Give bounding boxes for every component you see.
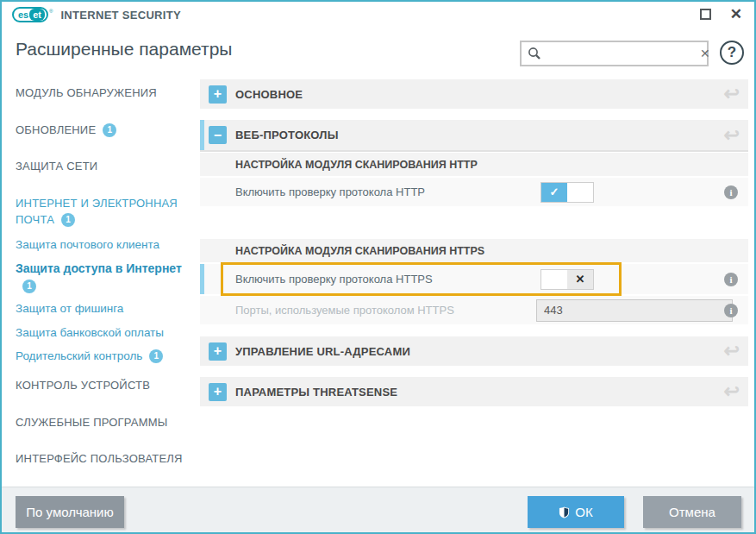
http-toggle-row: Включить проверку протокола HTTP ✓ i	[200, 176, 748, 206]
section-threatsense[interactable]: + ПАРАМЕТРЫ THREATSENSE ↩	[200, 377, 748, 406]
toggle-check-icon: ✓	[541, 183, 567, 202]
update-badge: 1	[103, 123, 116, 137]
sidebar-item-network-protection[interactable]: ЗАЩИТА СЕТИ	[16, 158, 191, 175]
https-ports-input[interactable]	[536, 299, 733, 322]
sidebar-item-web-email[interactable]: ИНТЕРНЕТ И ЭЛЕКТРОННАЯ ПОЧТА1	[16, 195, 191, 229]
header: Расширенные параметры ✕ ?	[2, 29, 754, 78]
section-threatsense-title: ПАРАМЕТРЫ THREATSENSE	[235, 386, 397, 399]
modified-marker	[200, 264, 204, 294]
page-title: Расширенные параметры	[16, 39, 232, 60]
https-toggle-switch[interactable]: ✕	[540, 269, 594, 290]
eset-logo-text-et: et	[29, 9, 45, 21]
https-scanner-group-header: НАСТРОЙКА МОДУЛЯ СКАНИРОВАНИЯ HTTPS	[200, 239, 748, 262]
section-url-management-title: УПРАВЛЕНИЕ URL-АДРЕСАМИ	[235, 345, 410, 358]
sidebar-item-web-access-protection[interactable]: Защита доступа в Интернет1	[16, 260, 191, 295]
section-url-management[interactable]: + УПРАВЛЕНИЕ URL-АДРЕСАМИ ↩	[200, 336, 748, 366]
section-web-protocols-title: ВЕБ-ПРОТОКОЛЫ	[235, 129, 339, 141]
uac-shield-icon	[559, 506, 570, 518]
sidebar-item-email-client-protection[interactable]: Защита почтового клиента	[16, 236, 191, 254]
sidebar: МОДУЛЬ ОБНАРУЖЕНИЯ ОБНОВЛЕНИЕ1 ЗАЩИТА СЕ…	[2, 78, 200, 487]
maximize-button[interactable]	[700, 9, 711, 20]
section-web-protocols[interactable]: − ВЕБ-ПРОТОКОЛЫ ↩	[200, 120, 748, 152]
product-name: INTERNET SECURITY	[60, 9, 180, 22]
sidebar-item-device-control[interactable]: КОНТРОЛЬ УСТРОЙСТВ	[16, 377, 191, 394]
toggle-cross-icon: ✕	[567, 270, 593, 289]
search-box[interactable]: ✕	[520, 41, 709, 66]
search-clear-icon[interactable]: ✕	[700, 47, 710, 60]
close-button[interactable]: ✕	[730, 8, 742, 21]
info-icon[interactable]: i	[724, 273, 738, 286]
registered-mark: ®	[49, 9, 53, 14]
modified-marker	[200, 120, 204, 150]
eset-settings-window: es et ® INTERNET SECURITY ✕ Расширенные …	[0, 0, 756, 534]
eset-logo: es et ® INTERNET SECURITY	[12, 7, 181, 22]
expand-icon[interactable]: +	[209, 342, 227, 361]
ok-button[interactable]: ОК	[528, 496, 624, 528]
https-scanner-group-title: НАСТРОЙКА МОДУЛЯ СКАНИРОВАНИЯ HTTPS	[235, 245, 484, 257]
https-toggle-row: Включить проверку протокола HTTPS ✕ i	[200, 262, 748, 294]
revert-icon[interactable]: ↩	[724, 85, 740, 104]
sidebar-item-tools[interactable]: СЛУЖЕБНЫЕ ПРОГРАММЫ	[16, 414, 191, 431]
sidebar-item-parental-control[interactable]: Родительский контроль1	[16, 348, 191, 365]
titlebar: es et ® INTERNET SECURITY ✕	[2, 2, 754, 29]
default-button[interactable]: По умолчанию	[16, 496, 124, 528]
help-button[interactable]: ?	[720, 41, 744, 65]
sidebar-item-detection-module[interactable]: МОДУЛЬ ОБНАРУЖЕНИЯ	[16, 85, 191, 102]
https-ports-row: Порты, используемые протоколом HTTPS i	[200, 294, 748, 324]
sidebar-item-update[interactable]: ОБНОВЛЕНИЕ1	[16, 122, 191, 139]
eset-logo-pill: es et	[12, 7, 48, 22]
sidebar-item-antiphishing[interactable]: Защита от фишинга	[16, 300, 191, 317]
revert-icon[interactable]: ↩	[724, 126, 740, 145]
footer: По умолчанию ОК Отмена	[2, 487, 754, 534]
sidebar-item-banking-protection[interactable]: Защита банковской оплаты	[16, 324, 191, 342]
parental-badge: 1	[149, 349, 163, 363]
section-basic[interactable]: + ОСНОВНОЕ ↩	[200, 79, 748, 109]
info-icon[interactable]: i	[724, 185, 738, 199]
http-toggle-switch[interactable]: ✓	[540, 182, 594, 203]
section-basic-title: ОСНОВНОЕ	[235, 88, 303, 101]
search-icon	[528, 47, 541, 60]
info-icon[interactable]: i	[724, 304, 738, 317]
eset-logo-text-es: es	[18, 9, 28, 20]
https-toggle-label: Включить проверку протокола HTTPS	[235, 273, 748, 286]
revert-icon[interactable]: ↩	[724, 342, 740, 361]
search-input[interactable]	[541, 42, 700, 65]
http-scanner-group-header: НАСТРОЙКА МОДУЛЯ СКАНИРОВАНИЯ HTTP	[200, 153, 748, 176]
sidebar-item-user-interface[interactable]: ИНТЕРФЕЙС ПОЛЬЗОВАТЕЛЯ	[16, 450, 191, 468]
collapse-icon[interactable]: −	[209, 126, 227, 144]
cancel-button[interactable]: Отмена	[643, 496, 741, 528]
expand-icon[interactable]: +	[209, 383, 227, 401]
web-email-badge: 1	[61, 213, 75, 227]
web-access-badge: 1	[22, 280, 36, 293]
settings-panel: + ОСНОВНОЕ ↩ − ВЕБ-ПРОТОКОЛЫ ↩ НАСТРОЙКА…	[200, 78, 748, 487]
expand-icon[interactable]: +	[209, 85, 227, 104]
http-toggle-label: Включить проверку протокола HTTP	[235, 185, 748, 198]
revert-icon[interactable]: ↩	[724, 382, 740, 401]
http-scanner-group-title: НАСТРОЙКА МОДУЛЯ СКАНИРОВАНИЯ HTTP	[235, 159, 478, 171]
